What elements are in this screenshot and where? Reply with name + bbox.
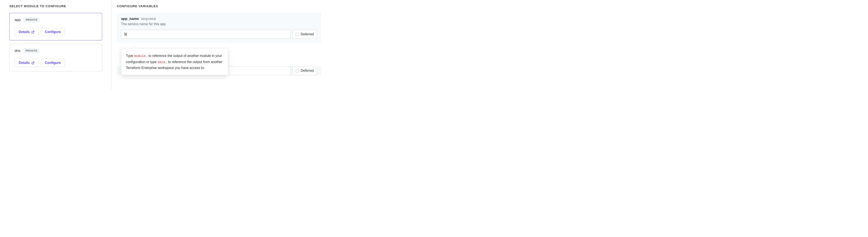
right-section-header: CONFIGURE VARIABLES — [117, 4, 321, 8]
configure-button[interactable]: Configure — [41, 28, 65, 36]
module-name: app — [14, 18, 21, 22]
module-card-dns[interactable]: dns PRIVATE Details Configure — [9, 44, 102, 71]
svg-line-1 — [33, 62, 34, 63]
deferred-toggle[interactable]: Deferred — [293, 66, 317, 75]
tooltip-arrow — [132, 46, 137, 51]
tooltip-code-module: module. — [134, 55, 148, 58]
external-link-icon — [31, 31, 35, 34]
deferred-checkbox[interactable] — [296, 69, 299, 72]
configure-button-label: Configure — [45, 30, 61, 34]
deferred-label: Deferred — [301, 32, 314, 36]
tooltip-text: Type — [126, 54, 134, 58]
variable-description: The service name for this app — [121, 22, 317, 26]
module-name: dns — [14, 49, 20, 53]
details-button[interactable]: Details — [14, 59, 38, 67]
details-button[interactable]: Details — [14, 28, 38, 36]
deferred-toggle[interactable]: Deferred — [293, 30, 317, 39]
private-badge: PRIVATE — [24, 18, 40, 23]
variable-name: app_name — [121, 17, 139, 21]
tooltip-code-data: data. — [157, 61, 167, 64]
required-label: REQUIRED — [141, 18, 156, 21]
details-button-label: Details — [19, 30, 30, 34]
svg-line-0 — [33, 31, 34, 32]
left-section-header: SELECT MODULE TO CONFIGURE — [9, 4, 102, 8]
variable-block-app-name: app_name REQUIRED The service name for t… — [117, 13, 321, 42]
deferred-checkbox[interactable] — [296, 33, 299, 36]
module-card-app[interactable]: app PRIVATE Details Configure — [9, 13, 102, 40]
details-button-label: Details — [19, 61, 30, 65]
private-badge: PRIVATE — [23, 48, 39, 53]
configure-button[interactable]: Configure — [41, 59, 65, 67]
external-link-icon — [31, 61, 35, 65]
autocomplete-tooltip: Type module. to reference the output of … — [121, 48, 228, 75]
deferred-label: Deferred — [301, 69, 314, 73]
variable-value-input[interactable] — [121, 30, 290, 39]
configure-button-label: Configure — [45, 61, 61, 65]
